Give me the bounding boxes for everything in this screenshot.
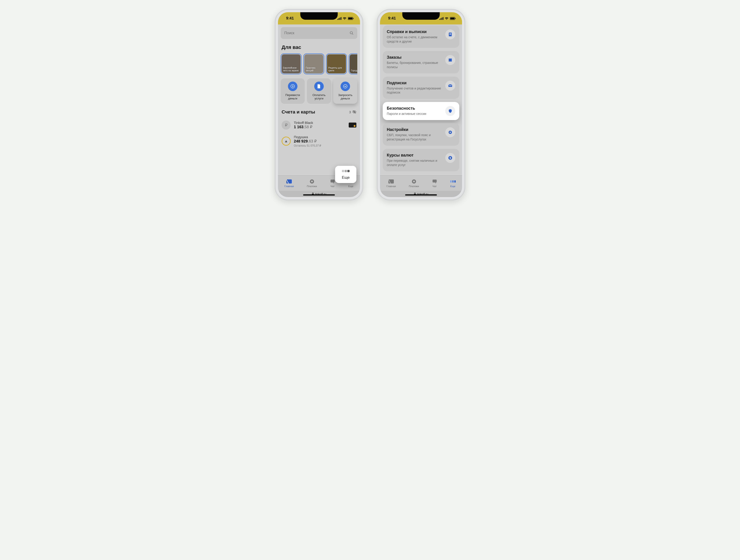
tab-bar: Главная Платежи Чат Еще <box>380 175 462 191</box>
tab-chat[interactable]: Чат <box>330 179 335 188</box>
account-row[interactable]: Подушка 248 929,63 ₽ Осталось 51 070,37 … <box>281 132 357 150</box>
arrow-down-icon <box>341 82 350 91</box>
svg-rect-5 <box>348 17 353 19</box>
action-label: Запросить деньги <box>335 93 356 100</box>
item-title: Заказы <box>387 55 442 60</box>
story-label: Города киноге <box>351 69 357 72</box>
svg-point-33 <box>452 60 453 61</box>
story-label: Европейское лето на экране <box>283 67 299 72</box>
svg-rect-23 <box>442 17 442 20</box>
shield-icon <box>445 106 455 116</box>
battery-icon <box>450 17 456 20</box>
accounts-heading: Счета и карты <box>282 109 315 115</box>
svg-rect-30 <box>449 34 451 35</box>
browser-url-bar: tinkoff.ru <box>380 191 462 197</box>
svg-line-8 <box>352 33 353 35</box>
svg-point-10 <box>344 85 347 88</box>
list-item-shield[interactable]: БезопасностьПароли и активные сессии <box>383 102 459 120</box>
story-label: Практика эмоций <box>306 67 322 72</box>
action-transfer[interactable]: Перевести деньги <box>281 78 305 104</box>
account-row[interactable]: ₽ Tinkoff Black 1 163,58 ₽ <box>281 118 357 132</box>
svg-point-15 <box>311 181 313 182</box>
ruble-icon: ₽ <box>282 120 291 130</box>
svg-rect-34 <box>448 84 452 87</box>
tab-more[interactable]: Еще <box>450 179 456 188</box>
more-popover[interactable]: Еще <box>335 166 356 183</box>
phone-mockup-2: 9:41 Справки и выпискиОб остатке на счет… <box>377 9 465 200</box>
ticket-icon <box>445 55 455 65</box>
item-desc: При переводе, снятии наличных и оплате у… <box>387 158 442 167</box>
wifi-icon <box>445 17 448 20</box>
svg-point-9 <box>291 85 295 88</box>
stories-row[interactable]: Европейское лето на экране Практика эмоц… <box>281 53 357 74</box>
account-sub: Осталось 51 070,37 ₽ <box>294 144 356 147</box>
svg-rect-27 <box>455 18 456 19</box>
home-indicator <box>405 194 437 196</box>
svg-rect-2 <box>340 17 340 20</box>
home-indicator <box>303 194 335 196</box>
list-item-ticket[interactable]: ЗаказыБилеты, бронирования, страховые по… <box>383 51 459 74</box>
item-title: Безопасность <box>387 106 442 111</box>
story-card[interactable]: Практика эмоций <box>303 53 324 74</box>
phone-mockup-1: 9:41 Поиск Для вас Европейское лето на э… <box>275 9 363 200</box>
list-item-dollar[interactable]: Курсы валютПри переводе, снятии наличных… <box>383 149 459 171</box>
goal-icon <box>282 137 291 146</box>
story-card[interactable]: Города киноге <box>349 53 357 74</box>
card-icon <box>349 123 356 127</box>
svg-rect-45 <box>454 180 456 183</box>
more-dots-icon <box>337 169 354 173</box>
action-label: Перевести деньги <box>282 93 303 100</box>
signal-icon <box>337 17 342 20</box>
eye-off-icon <box>352 110 356 114</box>
svg-rect-13 <box>286 180 292 184</box>
tab-payments[interactable]: Платежи <box>307 179 317 188</box>
browser-url-bar: tinkoff.ru <box>278 191 360 197</box>
svg-point-7 <box>350 31 353 34</box>
svg-rect-44 <box>452 180 454 183</box>
svg-rect-1 <box>339 18 339 20</box>
notch <box>402 12 440 20</box>
item-title: Курсы валют <box>387 153 442 158</box>
tab-home[interactable]: Главная <box>284 179 294 188</box>
account-name: Tinkoff Black <box>294 121 346 125</box>
wifi-icon <box>343 17 347 20</box>
story-label: Рецепты для гриля <box>328 67 345 72</box>
list-item-mail[interactable]: ПодпискиПолучение счетов и редактировани… <box>383 77 459 99</box>
tab-home[interactable]: Главная <box>386 179 396 188</box>
action-pay[interactable]: Оплатить услуги <box>307 78 331 104</box>
search-input[interactable]: Поиск <box>281 27 357 39</box>
action-request[interactable]: Запросить деньги <box>333 78 357 104</box>
item-title: Настройки <box>387 127 442 132</box>
story-card[interactable]: Европейское лето на экране <box>281 53 301 74</box>
svg-rect-22 <box>441 18 441 20</box>
svg-rect-29 <box>449 33 451 34</box>
mail-icon <box>445 81 455 91</box>
svg-point-32 <box>448 60 449 61</box>
item-title: Справки и выписки <box>387 29 442 34</box>
svg-text:$: $ <box>450 156 451 159</box>
chat-icon <box>432 179 437 184</box>
svg-rect-39 <box>388 180 394 184</box>
list-item-doc[interactable]: Справки и выпискиОб остатке на счете, с … <box>383 25 459 48</box>
arrow-right-icon <box>288 82 297 91</box>
popover-label: Еще <box>337 175 354 180</box>
story-card[interactable]: Рецепты для гриля <box>326 53 347 74</box>
tab-chat[interactable]: Чат <box>432 179 437 188</box>
tab-payments[interactable]: Платежи <box>409 179 419 188</box>
svg-rect-24 <box>443 17 444 20</box>
status-time: 9:41 <box>388 16 396 21</box>
status-time: 9:41 <box>286 16 294 21</box>
svg-rect-26 <box>450 17 455 19</box>
search-icon <box>350 31 354 35</box>
svg-rect-31 <box>449 59 452 62</box>
for-you-heading: Для вас <box>282 44 357 50</box>
more-icon <box>450 179 456 184</box>
svg-rect-0 <box>337 19 338 20</box>
item-desc: Пароли и активные сессии <box>387 112 442 116</box>
list-item-gear[interactable]: НастройкиСБП, покупки, часовой пояс и ре… <box>383 123 459 146</box>
account-name: Подушка <box>294 135 356 139</box>
svg-point-41 <box>413 181 415 182</box>
svg-rect-43 <box>450 180 452 183</box>
hidden-count[interactable]: 3 <box>349 110 356 114</box>
svg-rect-6 <box>353 18 354 19</box>
